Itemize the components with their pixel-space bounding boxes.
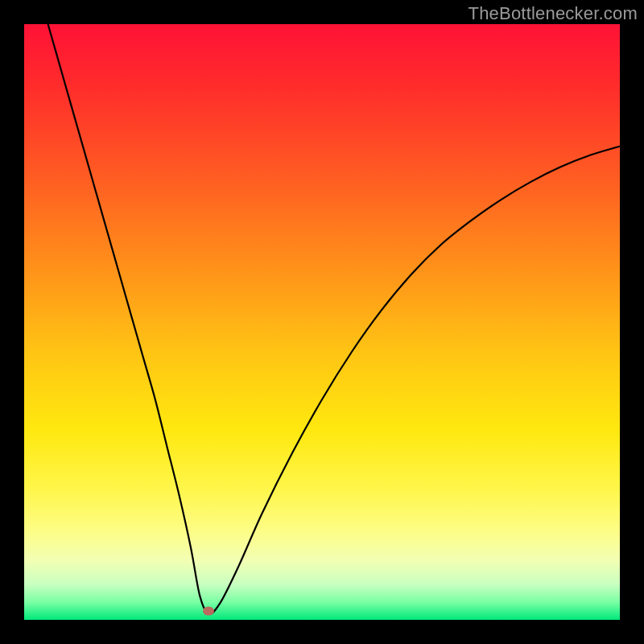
watermark-text: TheBottlenecker.com xyxy=(469,3,638,24)
chart-frame: TheBottlenecker.com xyxy=(0,0,644,644)
plot-area xyxy=(24,24,620,620)
curve-path xyxy=(48,24,620,614)
optimum-marker xyxy=(203,606,214,615)
bottleneck-curve xyxy=(24,24,620,620)
